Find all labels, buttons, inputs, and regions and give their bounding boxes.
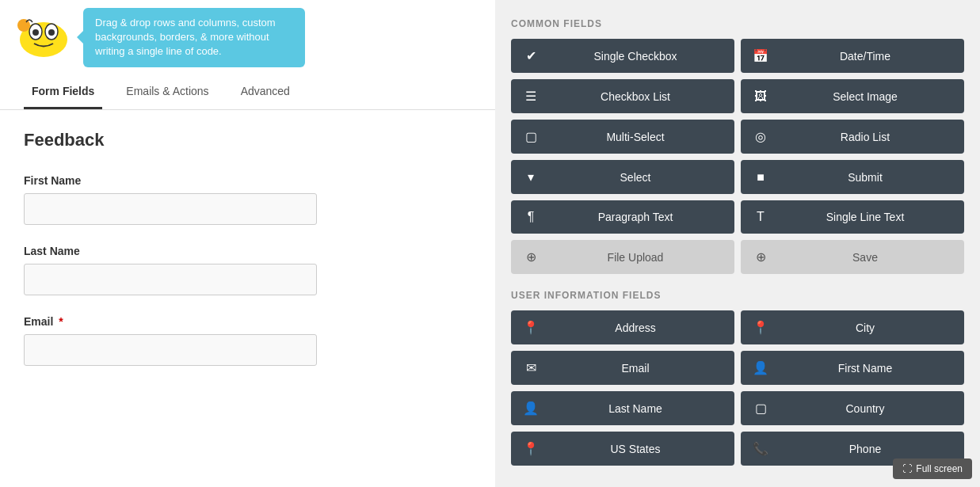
header-bar: Drag & drop rows and columns, custom bac… [0,0,495,75]
logo [12,16,75,59]
radio-icon: ◎ [753,129,768,144]
btn-email[interactable]: ✉ Email [511,351,734,385]
btn-us-states[interactable]: 📍 US States [511,432,734,466]
btn-multi-select[interactable]: ▢ Multi-Select [511,120,734,154]
btn-submit[interactable]: ■ Submit [741,160,964,194]
multi-select-icon: ▢ [523,129,539,144]
text-icon: T [753,210,768,224]
btn-select[interactable]: ▾ Select [511,160,734,194]
first-name-input[interactable] [24,193,317,225]
phone-icon: 📞 [753,441,768,456]
btn-file-upload[interactable]: ⊕ File Upload [511,240,734,274]
person-icon: 👤 [753,360,768,375]
country-icon: ▢ [753,401,768,416]
form-content: Feedback First Name Last Name Email * [0,110,495,487]
btn-save[interactable]: ⊕ Save [741,240,964,274]
fullscreen-icon: ⛶ [902,463,912,474]
save-icon: ⊕ [753,249,768,264]
btn-single-line-text[interactable]: T Single Line Text [741,200,964,234]
btn-paragraph-text[interactable]: ¶ Paragraph Text [511,200,734,234]
svg-point-3 [32,29,39,36]
us-states-icon: 📍 [523,441,539,456]
tab-form-fields[interactable]: Form Fields [24,75,102,109]
btn-country[interactable]: ▢ Country [741,391,964,425]
paragraph-icon: ¶ [523,210,539,224]
last-name-label: Last Name [24,245,471,257]
address-icon: 📍 [523,320,539,335]
right-panel: COMMON FIELDS ✔ Single Checkbox 📅 Date/T… [495,0,980,487]
field-group-email: Email * [24,315,471,366]
last-name-input[interactable] [24,264,317,295]
list-icon: ☰ [523,89,539,104]
email-input[interactable] [24,334,317,366]
calendar-icon: 📅 [753,48,768,63]
checkbox-icon: ✔ [523,48,539,63]
btn-select-image[interactable]: 🖼 Select Image [741,79,964,113]
email-icon: ✉ [523,360,539,375]
left-panel: Drag & drop rows and columns, custom bac… [0,0,495,487]
city-icon: 📍 [753,320,768,335]
tab-emails-actions[interactable]: Emails & Actions [118,75,216,109]
btn-last-name[interactable]: 👤 Last Name [511,391,734,425]
select-icon: ▾ [523,169,539,185]
form-title: Feedback [24,130,471,150]
field-group-lastname: Last Name [24,245,471,295]
btn-first-name[interactable]: 👤 First Name [741,351,964,385]
image-icon: 🖼 [753,89,768,104]
common-fields-grid: ✔ Single Checkbox 📅 Date/Time ☰ Checkbox… [511,39,964,274]
common-fields-title: COMMON FIELDS [511,18,964,29]
tabs-bar: Form Fields Emails & Actions Advanced [0,75,495,110]
fullscreen-button[interactable]: ⛶ Full screen [893,458,972,479]
svg-point-5 [17,19,30,32]
tooltip-bubble: Drag & drop rows and columns, custom bac… [83,8,305,67]
file-upload-icon: ⊕ [523,249,539,264]
btn-city[interactable]: 📍 City [741,310,964,344]
field-group-firstname: First Name [24,174,471,225]
user-fields-title: USER INFORMATION FIELDS [511,290,964,301]
tab-advanced[interactable]: Advanced [233,75,298,109]
email-label: Email * [24,315,471,328]
btn-date-time[interactable]: 📅 Date/Time [741,39,964,73]
btn-radio-list[interactable]: ◎ Radio List [741,120,964,154]
btn-single-checkbox[interactable]: ✔ Single Checkbox [511,39,734,73]
user-fields-grid: 📍 Address 📍 City ✉ Email 👤 First Name 👤 … [511,310,964,466]
required-marker: * [55,315,63,328]
person2-icon: 👤 [523,401,539,416]
submit-icon: ■ [753,170,768,185]
first-name-label: First Name [24,174,471,187]
btn-checkbox-list[interactable]: ☰ Checkbox List [511,79,734,113]
svg-point-4 [48,29,55,36]
btn-address[interactable]: 📍 Address [511,310,734,344]
